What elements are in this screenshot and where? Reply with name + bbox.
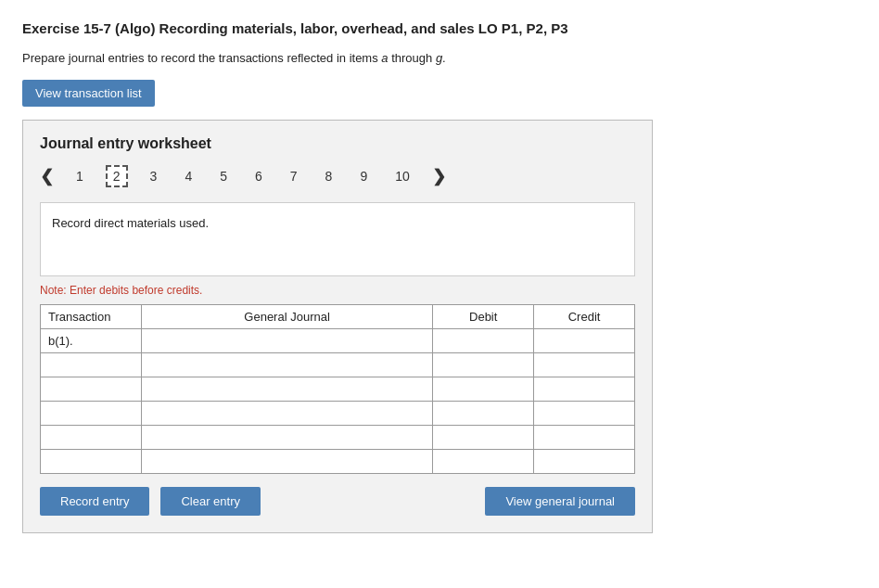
general-journal-cell-1[interactable] xyxy=(141,353,432,377)
transaction-cell-0: b(1). xyxy=(41,329,142,353)
nav-row: ❮ 1 2 3 4 5 6 7 8 9 10 ❯ xyxy=(40,165,635,187)
credit-input-3[interactable] xyxy=(534,402,634,425)
note-text: Note: Enter debits before credits. xyxy=(40,284,635,297)
worksheet-container: Journal entry worksheet ❮ 1 2 3 4 5 6 7 … xyxy=(22,120,653,533)
table-row: b(1). xyxy=(41,329,635,353)
credit-cell-0[interactable] xyxy=(534,329,635,353)
record-entry-button[interactable]: Record entry xyxy=(40,487,149,516)
debit-input-0[interactable] xyxy=(433,329,533,352)
nav-num-3[interactable]: 3 xyxy=(145,167,163,185)
general-journal-cell-3[interactable] xyxy=(141,402,432,426)
general-journal-cell-5[interactable] xyxy=(141,450,432,474)
bottom-buttons: Record entry Clear entry View general jo… xyxy=(40,487,635,516)
nav-num-6[interactable]: 6 xyxy=(249,167,268,185)
debit-cell-2[interactable] xyxy=(433,377,534,402)
credit-input-2[interactable] xyxy=(534,377,634,401)
credit-cell-2[interactable] xyxy=(534,377,635,402)
table-row xyxy=(41,402,635,426)
worksheet-title: Journal entry worksheet xyxy=(40,135,635,152)
debit-input-1[interactable] xyxy=(433,353,533,377)
col-header-debit: Debit xyxy=(433,305,534,329)
general-journal-cell-0[interactable] xyxy=(141,329,432,353)
nav-next-arrow[interactable]: ❯ xyxy=(432,166,446,186)
general-journal-input-0[interactable] xyxy=(142,329,432,352)
general-journal-input-5[interactable] xyxy=(142,450,432,473)
debit-cell-5[interactable] xyxy=(433,450,534,474)
clear-entry-button[interactable]: Clear entry xyxy=(160,487,261,516)
credit-cell-3[interactable] xyxy=(534,402,635,426)
nav-num-7[interactable]: 7 xyxy=(285,167,303,185)
page-title: Exercise 15-7 (Algo) Recording materials… xyxy=(22,19,857,38)
journal-table: Transaction General Journal Debit Credit… xyxy=(40,304,635,474)
debit-input-2[interactable] xyxy=(433,377,533,401)
credit-cell-4[interactable] xyxy=(534,426,635,450)
credit-cell-1[interactable] xyxy=(534,353,635,377)
col-header-general-journal: General Journal xyxy=(141,305,432,329)
general-journal-input-2[interactable] xyxy=(142,377,432,401)
nav-num-1[interactable]: 1 xyxy=(70,167,89,185)
general-journal-cell-4[interactable] xyxy=(141,426,432,450)
credit-input-5[interactable] xyxy=(534,450,634,473)
table-row xyxy=(41,353,635,377)
nav-num-2[interactable]: 2 xyxy=(106,165,128,187)
table-row xyxy=(41,426,635,450)
transaction-cell-3 xyxy=(41,402,142,426)
nav-prev-arrow[interactable]: ❮ xyxy=(40,166,54,186)
subtitle-prefix: Prepare journal entries to record the tr… xyxy=(22,51,381,65)
credit-input-4[interactable] xyxy=(534,426,634,449)
credit-input-0[interactable] xyxy=(534,329,634,352)
debit-input-5[interactable] xyxy=(433,450,533,473)
subtitle-suffix: through xyxy=(389,51,436,65)
table-row xyxy=(41,450,635,474)
general-journal-input-4[interactable] xyxy=(142,426,432,449)
debit-cell-4[interactable] xyxy=(433,426,534,450)
debit-cell-0[interactable] xyxy=(433,329,534,353)
nav-num-8[interactable]: 8 xyxy=(320,167,338,185)
instruction-box: Record direct materials used. xyxy=(40,202,635,276)
instruction-text: Record direct materials used. xyxy=(52,216,209,230)
debit-input-4[interactable] xyxy=(433,426,533,449)
transaction-cell-2 xyxy=(41,377,142,402)
view-transaction-list-button[interactable]: View transaction list xyxy=(22,80,155,107)
transaction-cell-1 xyxy=(41,353,142,377)
credit-cell-5[interactable] xyxy=(534,450,635,474)
view-general-journal-button[interactable]: View general journal xyxy=(485,487,635,516)
nav-num-9[interactable]: 9 xyxy=(354,167,373,185)
general-journal-input-1[interactable] xyxy=(142,353,432,377)
nav-num-10[interactable]: 10 xyxy=(389,167,415,185)
col-header-transaction: Transaction xyxy=(41,305,142,329)
subtitle-italic1: a xyxy=(381,51,388,65)
debit-cell-1[interactable] xyxy=(433,353,534,377)
transaction-cell-5 xyxy=(41,450,142,474)
general-journal-input-3[interactable] xyxy=(142,402,432,425)
table-row xyxy=(41,377,635,402)
debit-cell-3[interactable] xyxy=(433,402,534,426)
nav-num-5[interactable]: 5 xyxy=(214,167,233,185)
subtitle-end: . xyxy=(442,51,446,65)
nav-num-4[interactable]: 4 xyxy=(179,167,197,185)
transaction-cell-4 xyxy=(41,426,142,450)
subtitle: Prepare journal entries to record the tr… xyxy=(22,51,857,65)
col-header-credit: Credit xyxy=(534,305,635,329)
general-journal-cell-2[interactable] xyxy=(141,377,432,402)
debit-input-3[interactable] xyxy=(433,402,533,425)
credit-input-1[interactable] xyxy=(534,353,634,377)
